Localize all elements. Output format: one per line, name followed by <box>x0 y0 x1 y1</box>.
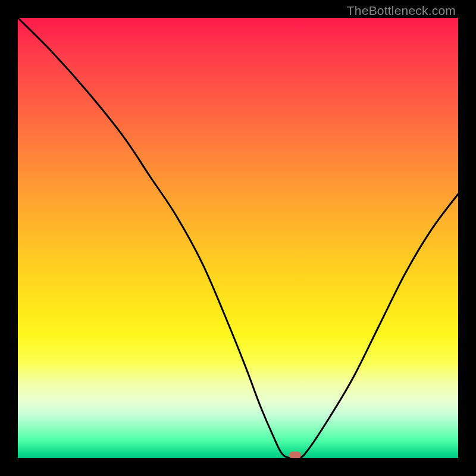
watermark-text: TheBottleneck.com <box>347 4 456 18</box>
curve-svg <box>18 18 458 458</box>
chart-frame: TheBottleneck.com <box>0 0 476 476</box>
plot-area <box>18 18 458 458</box>
optimal-point-marker <box>289 452 301 458</box>
bottleneck-curve <box>18 18 458 458</box>
